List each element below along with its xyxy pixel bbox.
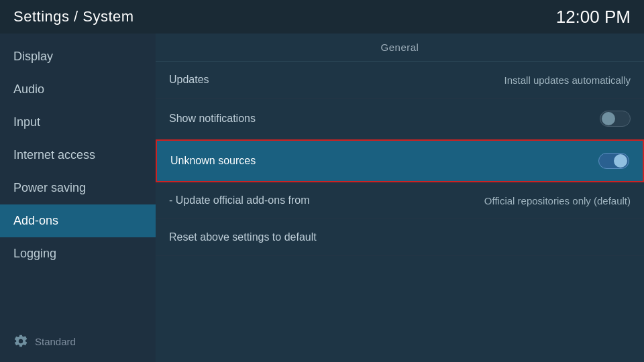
reset-settings-label: Reset above settings to default (169, 231, 317, 243)
sidebar-item-internet-access[interactable]: Internet access (0, 139, 156, 172)
sidebar-item-logging[interactable]: Logging (0, 237, 156, 270)
unknown-sources-toggle[interactable] (598, 153, 629, 169)
toggle-thumb-on (614, 154, 627, 168)
gear-icon (13, 334, 28, 349)
toggle-thumb (602, 112, 615, 125)
show-notifications-toggle[interactable] (600, 111, 631, 127)
standard-label: Standard (35, 336, 76, 347)
updates-label: Updates (169, 74, 209, 86)
sidebar: Display Audio Input Internet access Powe… (0, 34, 156, 362)
update-addons-value: Official repositories only (default) (484, 195, 631, 206)
header: Settings / System 12:00 PM (0, 0, 644, 34)
sidebar-item-power-saving[interactable]: Power saving (0, 172, 156, 204)
main-layout: Display Audio Input Internet access Powe… (0, 34, 644, 362)
show-notifications-row[interactable]: Show notifications (156, 99, 644, 139)
updates-value: Install updates automatically (504, 74, 631, 86)
unknown-sources-row[interactable]: Unknown sources (156, 139, 644, 182)
sidebar-item-display[interactable]: Display (0, 40, 156, 73)
updates-row[interactable]: Updates Install updates automatically (156, 62, 644, 99)
show-notifications-label: Show notifications (169, 113, 256, 125)
content-area: General Updates Install updates automati… (156, 34, 644, 362)
reset-settings-row[interactable]: Reset above settings to default (156, 219, 644, 256)
clock: 12:00 PM (556, 7, 631, 27)
update-addons-label: - Update official add-ons from (169, 194, 310, 206)
update-addons-row[interactable]: - Update official add-ons from Official … (156, 182, 644, 219)
sidebar-bottom: Standard (0, 327, 156, 355)
section-header: General (156, 34, 644, 62)
unknown-sources-label: Unknown sources (170, 155, 256, 167)
sidebar-item-add-ons[interactable]: Add-ons (0, 204, 156, 237)
sidebar-item-audio[interactable]: Audio (0, 73, 156, 106)
sidebar-item-input[interactable]: Input (0, 106, 156, 139)
page-title: Settings / System (13, 8, 134, 25)
